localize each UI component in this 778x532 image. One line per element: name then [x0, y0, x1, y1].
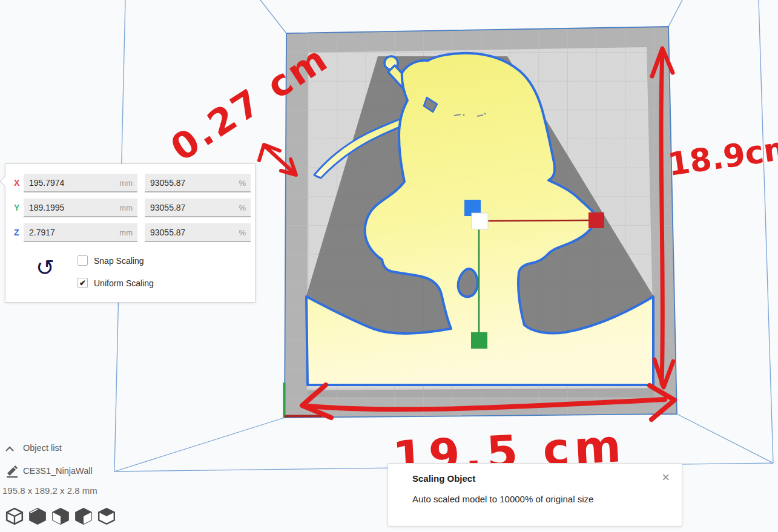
scale-x-percent-value: 93055.87 — [150, 178, 185, 188]
axis-label-z: Z — [14, 228, 22, 237]
annotation-label-height: 18.9cm — [665, 129, 778, 183]
axis-label-x: X — [14, 178, 22, 188]
view-3d-icon[interactable] — [5, 507, 24, 525]
checkmark-icon: ✔ — [79, 278, 86, 287]
scale-handle-y-green[interactable] — [471, 332, 487, 349]
scale-axis-line-x — [488, 220, 588, 221]
notification-message: Auto scaled model to 10000% of original … — [412, 494, 593, 504]
scale-x-percent-input[interactable]: 93055.87 % — [145, 174, 251, 192]
scale-y-mm-input[interactable]: 189.1995 mm — [24, 199, 137, 217]
scale-x-mm-input[interactable]: 195.7974 mm — [24, 174, 137, 192]
scale-z-mm-value: 2.7917 — [29, 228, 55, 237]
view-right-icon[interactable] — [97, 507, 116, 525]
snap-scaling-checkbox[interactable] — [77, 255, 88, 266]
cura-window: 0.27 cm 18.9cm 19.5 cm X 195.7974 mm 930… — [0, 0, 778, 532]
reset-icon: ↺ — [36, 255, 54, 280]
axis-label-y: Y — [14, 203, 22, 212]
object-name: CE3S1_NinjaWall — [23, 466, 93, 476]
scale-y-mm-unit: mm — [119, 199, 133, 217]
reset-scale-button[interactable]: ↺ — [36, 256, 54, 280]
scale-x-mm-unit: mm — [119, 174, 133, 192]
model-drop-shadow — [308, 389, 654, 397]
scale-z-percent-input[interactable]: 93055.87 % — [145, 223, 251, 242]
scale-z-percent-value: 93055.87 — [150, 228, 185, 237]
uniform-scaling-label: Uniform Scaling — [94, 278, 154, 288]
scale-z-percent-unit: % — [239, 223, 246, 242]
scale-z-mm-input[interactable]: 2.7917 mm — [24, 223, 137, 242]
scale-tool-panel: X 195.7974 mm 93055.87 % Y 189.1995 mm 9… — [5, 163, 255, 303]
scale-x-mm-value: 195.7974 — [29, 178, 64, 188]
chevron-up-icon — [5, 444, 15, 455]
view-top-icon[interactable] — [74, 507, 93, 525]
scale-x-percent-unit: % — [239, 174, 246, 192]
notification-title: Scaling Object — [412, 473, 475, 484]
view-left-icon[interactable] — [51, 507, 70, 525]
scale-y-mm-value: 189.1995 — [29, 203, 64, 212]
view-front-icon[interactable] — [28, 507, 47, 525]
scale-y-percent-input[interactable]: 93055.87 % — [145, 199, 251, 217]
scaling-notification: Scaling Object × Auto scaled model to 10… — [387, 463, 682, 527]
close-icon[interactable]: × — [662, 470, 670, 485]
scale-handle-center-white[interactable] — [472, 213, 488, 229]
scale-y-percent-value: 93055.87 — [150, 203, 185, 212]
model-dimensions-readout: 195.8 x 189.2 x 2.8 mm — [2, 485, 97, 496]
snap-scaling-label: Snap Scaling — [94, 256, 144, 266]
scale-handle-x-red[interactable] — [588, 212, 604, 228]
object-list-label: Object list — [23, 443, 62, 453]
rename-pencil-icon[interactable] — [5, 464, 19, 481]
scale-z-mm-unit: mm — [119, 223, 133, 242]
scale-y-percent-unit: % — [239, 199, 246, 217]
uniform-scaling-checkbox[interactable]: ✔ — [77, 278, 88, 288]
